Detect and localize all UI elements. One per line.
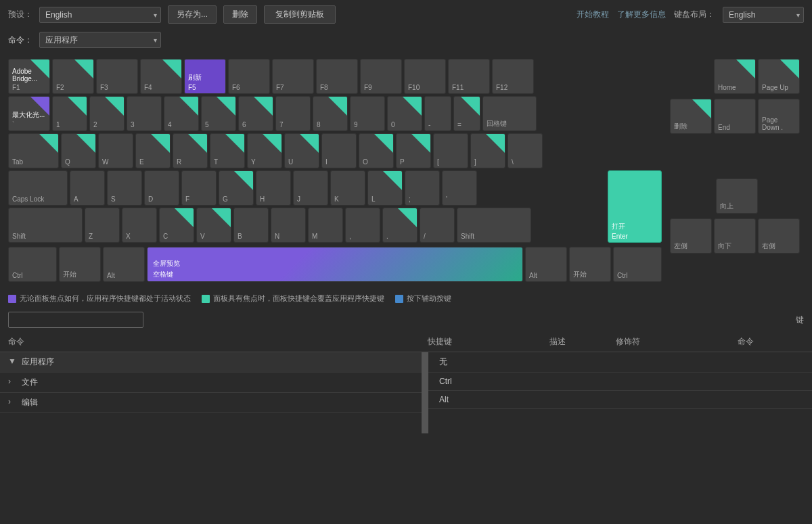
key-p[interactable]: P <box>396 133 431 168</box>
key-f3[interactable]: F3 <box>96 59 138 94</box>
key-win-left[interactable]: 开始 <box>59 247 101 282</box>
key-y[interactable]: Y <box>247 133 282 168</box>
key-6[interactable]: 6 <box>238 96 273 131</box>
delete-button[interactable]: 删除 <box>223 5 257 24</box>
key-o[interactable]: O <box>359 133 394 168</box>
key-rbracket[interactable]: ] <box>470 133 505 168</box>
key-pagedown[interactable]: Page Down . <box>758 99 800 134</box>
key-r[interactable]: R <box>173 133 208 168</box>
header-command: 命令 <box>8 336 428 348</box>
key-i[interactable]: I <box>321 133 357 168</box>
key-down[interactable]: 向下 <box>714 218 756 254</box>
key-f12[interactable]: F12 <box>492 59 534 94</box>
key-f6[interactable]: F6 <box>228 59 270 94</box>
key-h[interactable]: H <box>256 170 291 206</box>
key-0[interactable]: 0 <box>387 96 422 131</box>
home-pgup-row: Home Page Up <box>670 59 804 94</box>
key-e[interactable]: E <box>135 133 171 168</box>
key-space[interactable]: 全屏预览 空格键 <box>147 247 523 282</box>
key-pageup[interactable]: Page Up <box>758 59 800 94</box>
key-comma[interactable]: , <box>345 208 380 243</box>
table-row[interactable]: › 编辑 <box>0 393 422 413</box>
key-f5[interactable]: 刷新 F5 <box>184 59 226 94</box>
key-q[interactable]: Q <box>61 133 96 168</box>
key-f7[interactable]: F7 <box>272 59 314 94</box>
key-8[interactable]: 8 <box>313 96 348 131</box>
key-7[interactable]: 7 <box>275 96 311 131</box>
key-f[interactable]: F <box>181 170 217 206</box>
key-j[interactable]: J <box>293 170 328 206</box>
key-5[interactable]: 5 <box>201 96 236 131</box>
key-enter[interactable]: 打开 Enter <box>608 170 662 243</box>
key-x[interactable]: X <box>122 208 157 243</box>
key-a[interactable]: A <box>70 170 105 206</box>
save-as-button[interactable]: 另存为... <box>168 5 217 24</box>
right-row[interactable]: 无 <box>428 352 812 373</box>
key-9[interactable]: 9 <box>350 96 385 131</box>
right-row[interactable]: Alt <box>428 391 812 409</box>
key-win-right[interactable]: 开始 <box>569 247 611 282</box>
language-select[interactable]: English <box>723 7 804 23</box>
key-l[interactable]: L <box>367 170 403 206</box>
key-f11[interactable]: F11 <box>448 59 490 94</box>
command-select[interactable]: 应用程序 <box>39 32 161 48</box>
start-tutorial-link[interactable]: 开始教程 <box>577 9 609 20</box>
key-c[interactable]: C <box>159 208 194 243</box>
key-capslock[interactable]: Caps Lock <box>8 170 68 206</box>
key-period[interactable]: . <box>382 208 418 243</box>
key-3[interactable]: 3 <box>127 96 162 131</box>
key-tab[interactable]: Tab <box>8 133 59 168</box>
divider[interactable] <box>423 352 428 433</box>
search-input[interactable] <box>8 312 143 328</box>
key-backslash[interactable]: \ <box>508 133 543 168</box>
key-ctrl-right[interactable]: Ctrl <box>613 247 662 282</box>
key-z[interactable]: Z <box>85 208 120 243</box>
key-b[interactable]: B <box>233 208 269 243</box>
key-left[interactable]: 左侧 <box>670 218 712 254</box>
key-f8[interactable]: F8 <box>316 59 358 94</box>
key-f10[interactable]: F10 <box>404 59 446 94</box>
key-f4[interactable]: F4 <box>140 59 182 94</box>
key-end[interactable]: End <box>714 99 756 134</box>
key-right[interactable]: 右侧 <box>758 218 800 254</box>
key-g[interactable]: G <box>219 170 254 206</box>
right-row[interactable]: Ctrl <box>428 373 812 391</box>
key-s[interactable]: S <box>107 170 142 206</box>
preset-select[interactable]: English <box>39 7 161 23</box>
key-f1[interactable]: Adobe Bridge... F1 <box>8 59 50 94</box>
key-n[interactable]: N <box>271 208 306 243</box>
key-2[interactable]: 2 <box>89 96 125 131</box>
key-m[interactable]: M <box>308 208 343 243</box>
copy-to-clipboard-button[interactable]: 复制到剪贴板 <box>264 5 336 24</box>
key-equals[interactable]: = <box>453 96 480 131</box>
key-f2[interactable]: F2 <box>52 59 94 94</box>
key-k[interactable]: K <box>330 170 365 206</box>
row-label: 文件 <box>22 377 413 388</box>
key-f9[interactable]: F9 <box>360 59 402 94</box>
key-home[interactable]: Home <box>714 59 756 94</box>
key-1[interactable]: 1 <box>52 96 87 131</box>
key-v[interactable]: V <box>196 208 231 243</box>
table-row[interactable]: ▼ 应用程序 <box>0 352 422 373</box>
key-alt-left[interactable]: Alt <box>103 247 145 282</box>
key-delete[interactable]: 删除 <box>670 99 712 134</box>
learn-more-link[interactable]: 了解更多信息 <box>617 9 666 20</box>
key-shift-right[interactable]: Shift <box>457 208 531 243</box>
key-d[interactable]: D <box>144 170 179 206</box>
key-w[interactable]: W <box>98 133 133 168</box>
key-quote[interactable]: ' <box>442 170 477 206</box>
key-up[interactable]: 向上 <box>716 178 758 214</box>
key-lbracket[interactable]: [ <box>433 133 468 168</box>
key-4[interactable]: 4 <box>164 96 199 131</box>
key-ctrl-left[interactable]: Ctrl <box>8 247 57 282</box>
key-minus[interactable]: - <box>424 96 451 131</box>
key-alt-right[interactable]: Alt <box>525 247 567 282</box>
key-shift-left[interactable]: Shift <box>8 208 83 243</box>
key-backspace[interactable]: 回格键 <box>482 96 537 131</box>
key-backtick[interactable]: 最大化光... ` <box>8 96 50 131</box>
table-row[interactable]: › 文件 <box>0 373 422 393</box>
key-slash[interactable]: / <box>420 208 455 243</box>
key-semicolon[interactable]: ; <box>405 170 440 206</box>
key-u[interactable]: U <box>284 133 319 168</box>
key-t[interactable]: T <box>210 133 245 168</box>
